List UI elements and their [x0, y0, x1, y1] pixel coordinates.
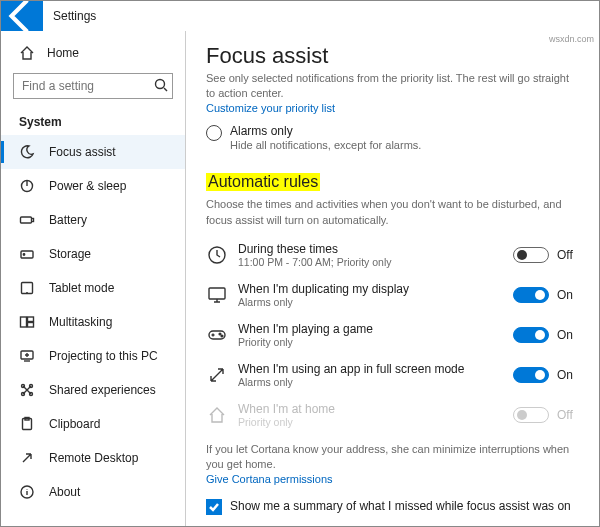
svg-rect-6 — [22, 283, 33, 294]
rule-sub: Alarms only — [238, 296, 503, 308]
battery-icon — [19, 212, 35, 228]
power-icon — [19, 178, 35, 194]
svg-rect-19 — [209, 288, 225, 299]
multitask-icon — [19, 314, 35, 330]
search-icon[interactable] — [153, 77, 169, 93]
home-icon — [206, 404, 228, 426]
sidebar: Home System Focus assist Power & sleep B… — [1, 31, 186, 526]
monitor-icon — [206, 284, 228, 306]
radio-icon — [206, 125, 222, 141]
alarms-only-label: Alarms only — [230, 124, 421, 138]
rule-sub: Alarms only — [238, 376, 503, 388]
svg-point-5 — [23, 254, 24, 255]
rule-toggle-state: On — [557, 368, 579, 382]
rule-toggle[interactable] — [513, 327, 549, 343]
rule-toggle[interactable] — [513, 247, 549, 263]
svg-point-21 — [219, 333, 221, 335]
rule-duplicating-display[interactable]: When I'm duplicating my display Alarms o… — [206, 282, 579, 308]
sidebar-item-label: Projecting to this PC — [49, 349, 158, 363]
back-button[interactable] — [1, 1, 43, 31]
sidebar-section: System — [1, 109, 185, 131]
sidebar-item-storage[interactable]: Storage — [1, 237, 185, 271]
svg-rect-2 — [21, 217, 32, 223]
rule-toggle-state: On — [557, 288, 579, 302]
rule-toggle-state: On — [557, 328, 579, 342]
cortana-permissions-link[interactable]: Give Cortana permissions — [206, 473, 579, 485]
fullscreen-icon — [206, 364, 228, 386]
tablet-icon — [19, 280, 35, 296]
sidebar-item-battery[interactable]: Battery — [1, 203, 185, 237]
sidebar-item-clipboard[interactable]: Clipboard — [1, 407, 185, 441]
remote-icon — [19, 450, 35, 466]
sidebar-item-label: Clipboard — [49, 417, 100, 431]
svg-rect-3 — [32, 219, 34, 222]
home-icon — [19, 45, 35, 61]
window-title: Settings — [53, 9, 96, 23]
sidebar-item-about[interactable]: About — [1, 475, 185, 509]
clock-icon — [206, 244, 228, 266]
info-icon — [19, 484, 35, 500]
content-pane: Focus assist See only selected notificat… — [186, 31, 599, 526]
sidebar-item-label: Battery — [49, 213, 87, 227]
rule-toggle — [513, 407, 549, 423]
share-icon — [19, 382, 35, 398]
watermark: wsxdn.com — [549, 34, 594, 44]
rule-toggle[interactable] — [513, 287, 549, 303]
sidebar-item-label: Focus assist — [49, 145, 116, 159]
clipboard-icon — [19, 416, 35, 432]
projecting-icon — [19, 348, 35, 364]
sidebar-item-tablet-mode[interactable]: Tablet mode — [1, 271, 185, 305]
rule-fullscreen-app[interactable]: When I'm using an app in full screen mod… — [206, 362, 579, 388]
sidebar-item-power-sleep[interactable]: Power & sleep — [1, 169, 185, 203]
sidebar-item-label: Power & sleep — [49, 179, 126, 193]
rule-title: When I'm at home — [238, 402, 503, 416]
svg-point-0 — [156, 80, 165, 89]
rule-at-home: When I'm at home Priority only Off — [206, 402, 579, 428]
rule-sub: Priority only — [238, 416, 503, 428]
svg-point-22 — [221, 335, 223, 337]
rule-sub: 11:00 PM - 7:00 AM; Priority only — [238, 256, 503, 268]
sidebar-item-shared-experiences[interactable]: Shared experiences — [1, 373, 185, 407]
sidebar-home[interactable]: Home — [1, 37, 185, 69]
rule-title: When I'm using an app in full screen mod… — [238, 362, 503, 376]
gamepad-icon — [206, 324, 228, 346]
alarms-only-option[interactable]: Alarms only Hide all notifications, exce… — [206, 124, 579, 153]
priority-description: See only selected notifications from the… — [206, 71, 579, 102]
rule-toggle-state: Off — [557, 248, 579, 262]
sidebar-item-remote-desktop[interactable]: Remote Desktop — [1, 441, 185, 475]
alarms-only-sub: Hide all notifications, except for alarm… — [230, 138, 421, 153]
sidebar-item-label: About — [49, 485, 80, 499]
automatic-rules-description: Choose the times and activities when you… — [206, 197, 579, 228]
rule-playing-game[interactable]: When I'm playing a game Priority only On — [206, 322, 579, 348]
rule-title: When I'm playing a game — [238, 322, 503, 336]
sidebar-item-focus-assist[interactable]: Focus assist — [1, 135, 185, 169]
rule-during-times[interactable]: During these times 11:00 PM - 7:00 AM; P… — [206, 242, 579, 268]
rule-title: During these times — [238, 242, 503, 256]
summary-checkbox-label: Show me a summary of what I missed while… — [230, 499, 571, 513]
checkbox-checked-icon — [206, 499, 222, 515]
summary-checkbox-row[interactable]: Show me a summary of what I missed while… — [206, 499, 579, 515]
sidebar-item-label: Tablet mode — [49, 281, 114, 295]
sidebar-home-label: Home — [47, 46, 79, 60]
rule-sub: Priority only — [238, 336, 503, 348]
search-input[interactable] — [13, 73, 173, 99]
sidebar-item-label: Shared experiences — [49, 383, 156, 397]
page-title: Focus assist — [206, 43, 579, 69]
rule-toggle[interactable] — [513, 367, 549, 383]
cortana-description: If you let Cortana know your address, sh… — [206, 442, 579, 473]
svg-rect-9 — [28, 323, 34, 328]
rule-toggle-state: Off — [557, 408, 579, 422]
sidebar-item-projecting[interactable]: Projecting to this PC — [1, 339, 185, 373]
customize-priority-link[interactable]: Customize your priority list — [206, 102, 579, 114]
svg-rect-8 — [28, 317, 34, 322]
moon-icon — [19, 144, 35, 160]
svg-rect-7 — [21, 317, 27, 327]
sidebar-item-multitasking[interactable]: Multitasking — [1, 305, 185, 339]
storage-icon — [19, 246, 35, 262]
sidebar-item-label: Multitasking — [49, 315, 112, 329]
sidebar-item-label: Storage — [49, 247, 91, 261]
sidebar-item-label: Remote Desktop — [49, 451, 138, 465]
automatic-rules-heading: Automatic rules — [206, 173, 320, 191]
rule-title: When I'm duplicating my display — [238, 282, 503, 296]
